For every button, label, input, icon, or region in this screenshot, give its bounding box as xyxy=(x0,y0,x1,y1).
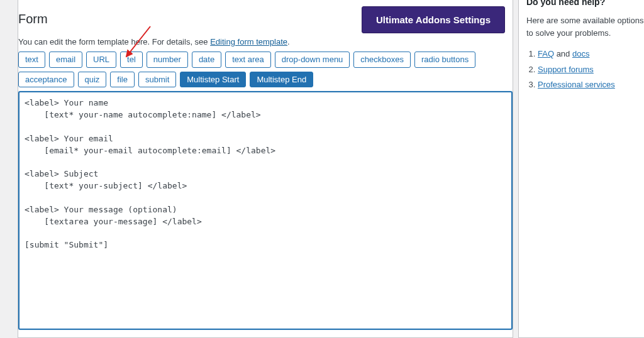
help-links-list: FAQ and docs Support forums Professional… xyxy=(526,46,644,93)
form-section-title: Form xyxy=(18,11,48,29)
professional-services-link[interactable]: Professional services xyxy=(538,80,615,89)
tag-button-quiz[interactable]: quiz xyxy=(78,72,107,88)
tag-button-date[interactable]: date xyxy=(192,52,221,68)
faq-link[interactable]: FAQ xyxy=(538,49,554,58)
tag-button-multistep-start[interactable]: Multistep Start xyxy=(180,72,246,88)
tag-button-tel[interactable]: tel xyxy=(120,52,143,68)
help-item-2: Support forums xyxy=(538,62,644,78)
support-forums-link[interactable]: Support forums xyxy=(538,65,594,74)
editing-form-template-link[interactable]: Editing form template xyxy=(210,37,287,46)
docs-link[interactable]: docs xyxy=(572,49,589,58)
form-description: You can edit the form template here. For… xyxy=(18,37,513,46)
tag-button-url[interactable]: URL xyxy=(86,52,116,68)
help-sidebar: Do you need help? Here are some availabl… xyxy=(518,0,644,338)
tag-button-multistep-end[interactable]: Multistep End xyxy=(250,72,313,88)
tag-button-text[interactable]: text xyxy=(18,52,45,68)
tag-button-drop-down-menu[interactable]: drop-down menu xyxy=(275,52,350,68)
form-template-textarea[interactable] xyxy=(18,91,513,330)
form-editor-panel: Form Ultimate Addons Settings You can ed… xyxy=(18,0,513,338)
tag-button-email[interactable]: email xyxy=(49,52,82,68)
tag-buttons-row: textemailURLtelnumberdatetext areadrop-d… xyxy=(18,52,513,87)
ultimate-addons-settings-button[interactable]: Ultimate Addons Settings xyxy=(362,6,505,33)
help-item-3: Professional services xyxy=(538,77,644,93)
tag-button-text-area[interactable]: text area xyxy=(225,52,271,68)
tag-button-acceptance[interactable]: acceptance xyxy=(18,72,74,88)
tag-button-number[interactable]: number xyxy=(147,52,188,68)
tag-button-checkboxes[interactable]: checkboxes xyxy=(353,52,411,68)
tag-button-radio-buttons[interactable]: radio buttons xyxy=(414,52,475,68)
tag-button-submit[interactable]: submit xyxy=(138,72,176,88)
tag-button-file[interactable]: file xyxy=(110,72,135,88)
help-text: Here are some available options to solve… xyxy=(526,14,644,39)
help-title: Do you need help? xyxy=(526,0,644,7)
form-description-text: You can edit the form template here. For… xyxy=(18,37,210,46)
help-item-1: FAQ and docs xyxy=(538,46,644,62)
